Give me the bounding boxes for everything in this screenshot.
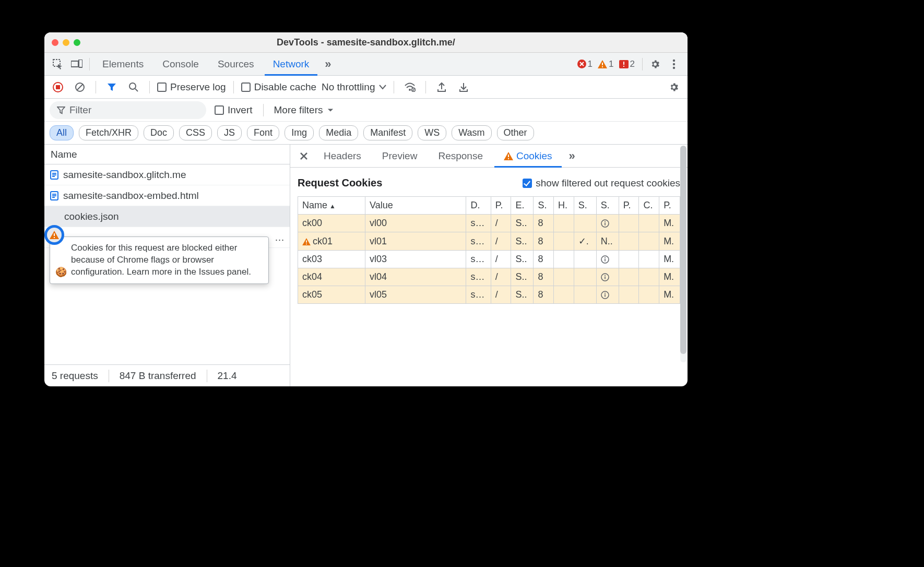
more-detail-tabs-icon[interactable]: »: [564, 148, 581, 164]
svg-point-9: [673, 59, 675, 61]
inspect-element-icon[interactable]: [50, 56, 66, 73]
chip-other[interactable]: Other: [497, 125, 534, 140]
status-time: 21.4: [218, 370, 237, 382]
import-har-icon[interactable]: [455, 79, 472, 96]
detail-tab-headers[interactable]: Headers: [314, 145, 371, 168]
close-detail-button[interactable]: [295, 148, 312, 164]
chip-doc[interactable]: Doc: [144, 125, 174, 140]
col-c[interactable]: C.: [639, 197, 659, 215]
col-s[interactable]: S.: [534, 197, 554, 215]
col-e[interactable]: E.: [511, 197, 534, 215]
close-window-button[interactable]: [52, 39, 58, 46]
detail-tab-cookies[interactable]: Cookies: [494, 145, 562, 168]
table-cell: N..: [596, 232, 619, 251]
col-h[interactable]: H.: [554, 197, 574, 215]
table-cell: [554, 268, 574, 286]
chip-all[interactable]: All: [50, 125, 74, 140]
chip-manifest[interactable]: Manifest: [363, 125, 412, 140]
col-p3[interactable]: P.: [659, 197, 680, 215]
preserve-log-checkbox[interactable]: Preserve log: [157, 81, 226, 93]
chip-js[interactable]: JS: [217, 125, 242, 140]
disable-cache-checkbox[interactable]: Disable cache: [241, 81, 316, 93]
table-cell: ck05: [298, 286, 365, 304]
table-cell: [639, 286, 659, 304]
col-name[interactable]: Name▲: [298, 197, 365, 215]
window-title: DevTools - samesite-sandbox.glitch.me/: [44, 37, 688, 48]
chip-wasm[interactable]: Wasm: [452, 125, 491, 140]
minimize-window-button[interactable]: [63, 39, 69, 46]
svg-rect-5: [602, 66, 603, 67]
error-badge[interactable]: 1: [577, 59, 593, 69]
request-list-header[interactable]: Name: [44, 145, 290, 164]
table-cell: 8: [534, 268, 554, 286]
col-value[interactable]: Value: [365, 197, 466, 215]
svg-point-11: [673, 66, 675, 68]
record-button[interactable]: [50, 79, 66, 96]
invert-checkbox[interactable]: Invert: [215, 104, 253, 116]
table-row[interactable]: ck04vl04s…/S..8M.: [298, 268, 680, 286]
detail-tab-preview[interactable]: Preview: [373, 145, 427, 168]
table-row[interactable]: ck05vl05s…/S..8M.: [298, 286, 680, 304]
chip-img[interactable]: Img: [285, 125, 314, 140]
table-row[interactable]: ck00vl00s…/S..8M.: [298, 215, 680, 232]
settings-gear-icon[interactable]: [647, 56, 664, 73]
warning-badge[interactable]: 1: [598, 59, 613, 69]
chip-css[interactable]: CSS: [179, 125, 212, 140]
col-p2[interactable]: P.: [619, 197, 639, 215]
request-list-pane: Name samesite-sandbox.glitch.me samesite…: [44, 145, 290, 386]
table-cell: ✓.: [574, 232, 596, 251]
request-row[interactable]: samesite-sandbox-embed.html: [44, 185, 290, 206]
more-filters-dropdown[interactable]: More filters: [274, 104, 334, 116]
divider: [96, 81, 96, 93]
table-cell: [574, 286, 596, 304]
request-row[interactable]: cookies.json: [44, 206, 290, 227]
divider: [263, 104, 264, 116]
col-d[interactable]: D.: [466, 197, 491, 215]
document-icon: [50, 191, 59, 200]
scrollbar-thumb[interactable]: [680, 146, 686, 353]
scrollbar[interactable]: [680, 146, 686, 362]
error-count: 1: [588, 59, 593, 69]
table-cell: [619, 232, 639, 251]
table-row[interactable]: ck03vl03s…/S..8M.: [298, 251, 680, 268]
network-settings-gear-icon[interactable]: [666, 79, 682, 96]
table-cell: [554, 215, 574, 232]
tooltip: Cookies for this request are blocked eit…: [50, 237, 269, 284]
detail-tab-response[interactable]: Response: [429, 145, 492, 168]
throttling-select[interactable]: No throttling: [322, 81, 386, 93]
issues-count: 2: [630, 59, 635, 69]
more-tabs-chevron-icon[interactable]: »: [319, 56, 336, 73]
tab-console[interactable]: Console: [154, 53, 207, 76]
search-icon[interactable]: [125, 79, 142, 96]
filter-input[interactable]: Filter: [50, 101, 206, 119]
kebab-menu-icon[interactable]: [666, 56, 682, 73]
export-har-icon[interactable]: [433, 79, 450, 96]
table-cell: [639, 232, 659, 251]
network-conditions-icon[interactable]: [401, 79, 418, 96]
tab-network[interactable]: Network: [265, 53, 318, 76]
clear-button[interactable]: [72, 79, 88, 96]
chip-media[interactable]: Media: [319, 125, 358, 140]
invert-label: Invert: [228, 104, 253, 116]
fullscreen-window-button[interactable]: [74, 39, 80, 46]
chip-font[interactable]: Font: [247, 125, 279, 140]
chip-fetch-xhr[interactable]: Fetch/XHR: [79, 125, 138, 140]
request-row[interactable]: samesite-sandbox.glitch.me: [44, 164, 290, 185]
status-requests: 5 requests: [52, 370, 98, 382]
chip-ws[interactable]: WS: [418, 125, 446, 140]
request-name: samesite-sandbox-embed.html: [63, 190, 199, 202]
table-cell: 8: [534, 286, 554, 304]
show-filtered-checkbox[interactable]: show filtered out request cookies: [523, 178, 680, 189]
col-s3[interactable]: S.: [596, 197, 619, 215]
col-s2[interactable]: S.: [574, 197, 596, 215]
document-icon: [50, 170, 59, 180]
tab-elements[interactable]: Elements: [94, 53, 152, 76]
filter-toggle-icon[interactable]: [103, 79, 120, 96]
device-toolbar-icon[interactable]: [68, 56, 85, 73]
warning-icon: [598, 60, 607, 68]
tab-sources[interactable]: Sources: [209, 53, 263, 76]
col-p[interactable]: P.: [491, 197, 511, 215]
issues-badge[interactable]: 2: [619, 59, 635, 69]
split-pane: Name samesite-sandbox.glitch.me samesite…: [44, 145, 688, 386]
table-row[interactable]: ck01vl01s…/S..8✓.N..M.: [298, 232, 680, 251]
